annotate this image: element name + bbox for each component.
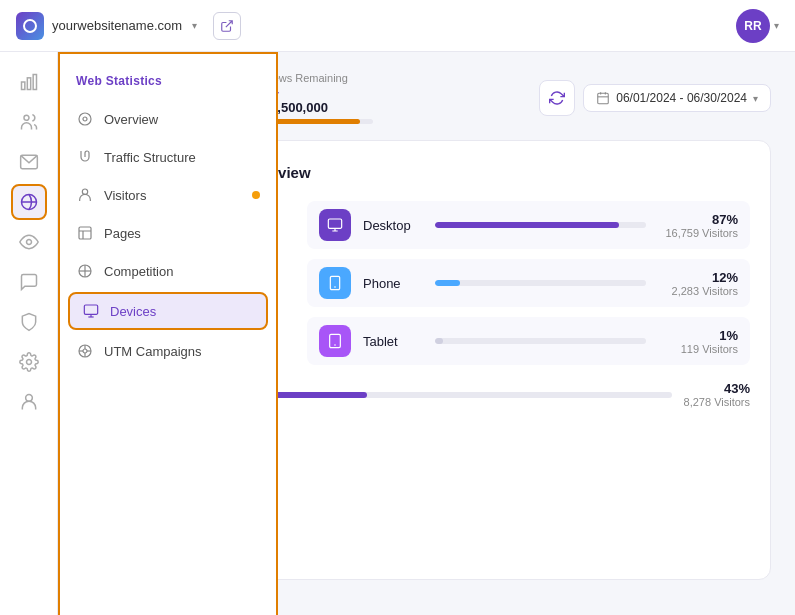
tablet-label: Tablet [363, 334, 423, 349]
sidebar-icon-shield[interactable] [11, 304, 47, 340]
main-layout: Web Statistics Overview Traffic Structur… [0, 52, 795, 615]
phone-pct: 12% [658, 270, 738, 285]
desktop-bar-fill [435, 222, 619, 228]
dropdown-item-devices[interactable]: Devices [68, 292, 268, 330]
utm-icon [76, 342, 94, 360]
dropdown-section-title: Web Statistics [60, 66, 276, 100]
refresh-button[interactable] [539, 80, 575, 116]
svg-point-10 [83, 117, 87, 121]
sidebar [0, 52, 58, 615]
traffic-icon [76, 148, 94, 166]
dropdown-item-competition[interactable]: Competition [60, 252, 276, 290]
svg-rect-25 [598, 93, 609, 104]
tablet-visitors: 119 Visitors [658, 343, 738, 355]
competition-icon [76, 262, 94, 280]
site-logo-inner [23, 19, 37, 33]
date-chevron: ▾ [753, 93, 758, 104]
pages-icon [76, 224, 94, 242]
dropdown-item-label: Visitors [104, 188, 146, 203]
tablet-icon-wrap [319, 325, 351, 357]
site-logo [16, 12, 44, 40]
phone-label: Phone [363, 276, 423, 291]
sidebar-icon-chat[interactable] [11, 264, 47, 300]
dropdown-item-label: Traffic Structure [104, 150, 196, 165]
site-dropdown-chevron[interactable]: ▾ [192, 20, 197, 31]
svg-point-3 [24, 115, 29, 120]
phone-visitors: 2,283 Visitors [658, 285, 738, 297]
sidebar-icon-web-stats[interactable] [11, 184, 47, 220]
desktop-visitors: 16,759 Visitors [658, 227, 738, 239]
svg-point-6 [26, 240, 31, 245]
header-actions: 06/01/2024 - 06/30/2024 ▾ [539, 80, 771, 116]
sidebar-icon-eye[interactable] [11, 224, 47, 260]
device-item-desktop: Desktop 87% 16,759 Visitors [307, 201, 750, 249]
date-range-text: 06/01/2024 - 06/30/2024 [616, 91, 747, 105]
svg-point-8 [25, 395, 32, 402]
visitors-icon [76, 186, 94, 204]
svg-rect-1 [27, 78, 30, 90]
phone-bar-fill [435, 280, 460, 286]
svg-rect-0 [21, 82, 24, 90]
overview-icon [76, 110, 94, 128]
phone-bar [435, 280, 646, 286]
bottom-pct: 43% [684, 381, 750, 396]
svg-point-11 [82, 189, 87, 194]
desktop-bar [435, 222, 646, 228]
svg-rect-34 [328, 219, 341, 228]
desktop-label: Desktop [363, 218, 423, 233]
user-avatar[interactable]: RR [736, 9, 770, 43]
topbar-left: yourwebsitename.com ▾ [16, 12, 241, 40]
dropdown-item-utm[interactable]: UTM Campaigns [60, 332, 276, 370]
dropdown-item-label: Competition [104, 264, 173, 279]
svg-rect-16 [84, 305, 97, 314]
sidebar-icon-analytics[interactable] [11, 64, 47, 100]
desktop-pct: 87% [658, 212, 738, 227]
sidebar-icon-users[interactable] [11, 104, 47, 140]
topbar: yourwebsitename.com ▾ RR ▾ [0, 0, 795, 52]
dropdown-item-label: Pages [104, 226, 141, 241]
tablet-pct: 1% [658, 328, 738, 343]
svg-point-20 [83, 349, 87, 353]
dropdown-item-label: UTM Campaigns [104, 344, 202, 359]
phone-stats: 12% 2,283 Visitors [658, 270, 738, 297]
phone-icon-wrap [319, 267, 351, 299]
dropdown-item-visitors[interactable]: Visitors [60, 176, 276, 214]
svg-point-7 [26, 360, 31, 365]
dropdown-item-label: Overview [104, 112, 158, 127]
date-picker[interactable]: 06/01/2024 - 06/30/2024 ▾ [583, 84, 771, 112]
topbar-right: RR ▾ [736, 9, 779, 43]
dropdown-item-traffic[interactable]: Traffic Structure [60, 138, 276, 176]
device-list: Desktop 87% 16,759 Visitors [307, 201, 750, 365]
desktop-stats: 87% 16,759 Visitors [658, 212, 738, 239]
tablet-bar [435, 338, 646, 344]
dropdown-item-label: Devices [110, 304, 156, 319]
sidebar-icon-person[interactable] [11, 384, 47, 420]
notification-dot [252, 191, 260, 199]
tablet-bar-fill [435, 338, 443, 344]
dropdown-menu: Web Statistics Overview Traffic Structur… [58, 52, 278, 615]
dropdown-item-pages[interactable]: Pages [60, 214, 276, 252]
sidebar-icon-settings[interactable] [11, 344, 47, 380]
avatar-chevron[interactable]: ▾ [774, 20, 779, 31]
tablet-stats: 1% 119 Visitors [658, 328, 738, 355]
svg-rect-2 [33, 75, 36, 90]
device-item-phone: Phone 12% 2,283 Visitors [307, 259, 750, 307]
desktop-icon-wrap [319, 209, 351, 241]
svg-rect-12 [79, 227, 91, 239]
devices-icon [82, 302, 100, 320]
sidebar-icon-email[interactable] [11, 144, 47, 180]
bottom-stats: 43% 8,278 Visitors [684, 381, 750, 408]
bottom-visitors: 8,278 Visitors [684, 396, 750, 408]
site-name: yourwebsitename.com [52, 18, 182, 33]
external-link-button[interactable] [213, 12, 241, 40]
svg-point-9 [79, 113, 91, 125]
device-item-tablet: Tablet 1% 119 Visitors [307, 317, 750, 365]
dropdown-item-overview[interactable]: Overview [60, 100, 276, 138]
